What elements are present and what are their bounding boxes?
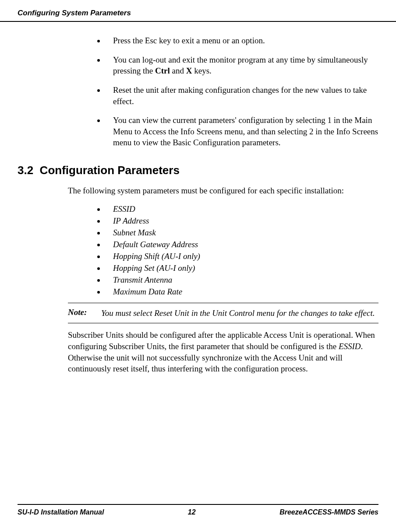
parameter-list: ESSID IP Address Subnet Mask Default Gat… (105, 204, 378, 297)
page-footer: SU-I-D Installation Manual 12 BreezeACCE… (18, 504, 378, 516)
bullet-item: You can log-out and exit the monitor pro… (105, 54, 378, 77)
param-item: Subnet Mask (105, 228, 378, 238)
section-heading: 3.2 Configuration Parameters (18, 164, 378, 177)
bullet-item: You can view the current parameters' con… (105, 115, 378, 148)
header-title: Configuring System Parameters (18, 9, 131, 17)
bullet-item: Press the Esc key to exit a menu or an o… (105, 35, 378, 46)
note-box: Note: You must select Reset Unit in the … (68, 303, 378, 324)
page-content: Press the Esc key to exit a menu or an o… (0, 22, 396, 374)
param-item: Hopping Shift (AU-I only) (105, 252, 378, 261)
note-text: You must select Reset Unit in the Unit C… (101, 308, 375, 319)
param-item: Maximum Data Rate (105, 287, 378, 297)
page-header: Configuring System Parameters (0, 0, 396, 22)
param-item: IP Address (105, 216, 378, 226)
intro-paragraph: The following system parameters must be … (68, 185, 378, 196)
param-item: ESSID (105, 204, 378, 214)
param-item: Hopping Set (AU-I only) (105, 263, 378, 273)
top-bullet-list: Press the Esc key to exit a menu or an o… (105, 35, 378, 148)
footer-center: 12 (188, 508, 196, 516)
param-item: Default Gateway Address (105, 240, 378, 249)
body-paragraph: Subscriber Units should be configured af… (68, 329, 378, 374)
footer-left: SU-I-D Installation Manual (18, 508, 104, 516)
section-number: 3.2 (18, 164, 33, 177)
bullet-item: Reset the unit after making configuratio… (105, 84, 378, 107)
footer-right: BreezeACCESS-MMDS Series (279, 508, 378, 516)
section-title: Configuration Parameters (40, 164, 180, 177)
note-label: Note: (68, 308, 92, 319)
param-item: Transmit Antenna (105, 275, 378, 285)
